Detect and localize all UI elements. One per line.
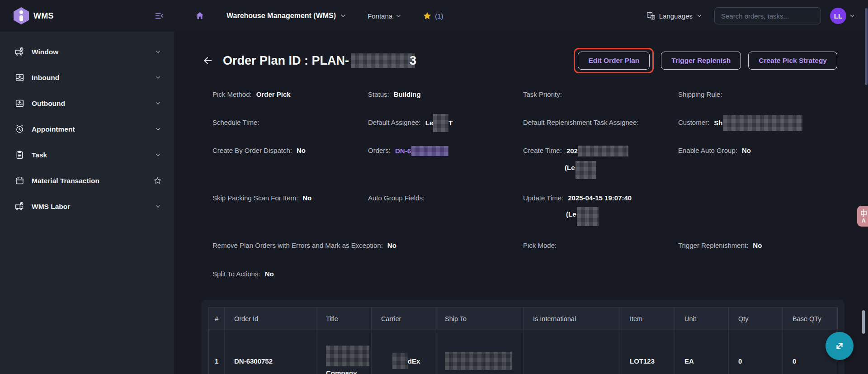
col-header-item: Item [620,308,675,330]
app-logo: WMS [0,0,174,32]
sidebar-item-outbound[interactable]: Outbound [0,90,174,116]
detail-customer: Customer:Sh [678,118,836,128]
cell-title: Company [316,330,372,374]
detail-enable-auto-group: Enable Auto Group:No [678,146,836,156]
clipboard-icon [14,150,24,160]
redacted-plan-id [351,53,415,68]
red-highlight-box: Edit Order Plan [574,48,654,73]
detail-create-time: Create Time:202 (Le [523,146,678,173]
page-title: Order Plan ID : PLAN-3 [223,53,416,68]
detail-task-priority: Task Priority: [523,90,678,99]
topbar-right: G Languages LL [646,7,868,24]
star-icon [423,11,432,20]
chevron-down-icon [155,203,161,210]
detail-shipping-rule: Shipping Rule: [678,90,836,99]
chevron-down-icon [395,13,402,19]
sidebar-item-label: Appointment [32,125,75,133]
sidebar-nav: Window Inbound Outbound Appointment Task [0,32,174,374]
expand-icon [834,340,845,352]
redacted-create-user [576,161,596,179]
languages-dropdown[interactable]: G Languages [646,11,703,20]
chevron-down-icon [155,151,161,158]
chevron-down-icon [696,13,703,19]
orders-table-card: # Order Id Title Carrier Ship To Is Inte… [201,300,844,374]
sidebar-collapse-icon[interactable] [154,11,164,23]
favorites-count: (1) [435,12,443,20]
detail-pick-method: Pick Method:Order Pick [212,90,368,99]
chevron-down-icon [155,48,161,55]
calendar-icon [14,176,24,185]
scrollbar-thumb[interactable] [865,8,868,85]
sidebar-item-window[interactable]: Window [0,39,174,65]
alarm-clock-icon [14,124,24,134]
cell-ship-to [435,330,524,374]
detail-orders: Orders:DN-6 [368,146,523,156]
orders-table: # Order Id Title Carrier Ship To Is Inte… [208,307,837,374]
expand-fab-button[interactable] [826,332,854,360]
chevron-down-icon [155,100,161,107]
cell-order-id: DN-6300752 [225,330,316,374]
sidebar-item-task[interactable]: Task [0,142,174,168]
cell-carrier: dEx [372,330,435,374]
page-header: Order Plan ID : PLAN-3 Edit Order Plan T… [202,48,837,73]
page-scrollbar[interactable] [864,0,868,374]
detail-schedule-time: Schedule Time: [212,118,368,128]
col-header-carrier: Carrier [372,308,435,330]
app-logo-text: WMS [33,11,54,21]
avatar: LL [830,8,846,24]
table-scrollbar-thumb[interactable] [862,310,865,334]
detail-update-time: Update Time:2025-04-15 19:07:40 (Le [523,193,678,219]
edit-order-plan-button[interactable]: Edit Order Plan [578,52,650,70]
sidebar-item-label: Material Transaction [32,177,99,185]
cell-index: 1 [209,330,225,374]
col-header-is-international: Is International [524,308,620,330]
star-outline-icon[interactable] [154,177,161,185]
inbox-in-icon [14,73,24,82]
detail-trigger-replenishment: Trigger Replenishment:No [678,241,836,251]
chevron-down-icon [849,13,855,19]
col-header-title: Title [316,308,372,330]
redacted-update-user [577,207,599,226]
col-header-index: # [209,308,225,330]
sidebar-item-wms-labor[interactable]: WMS Labor [0,194,174,219]
favorites-control[interactable]: (1) [423,11,443,20]
order-plan-details: Pick Method:Order Pick Status:Building T… [212,90,836,279]
search-input[interactable] [714,7,821,24]
sidebar-item-appointment[interactable]: Appointment [0,116,174,142]
redacted-create-time [578,146,628,156]
sidebar-item-label: Inbound [32,74,59,82]
detail-remove-plan-orders: Remove Plan Orders with Errors and Mark … [212,241,523,251]
wms-logo-icon [14,7,29,24]
cell-qty: 0 [729,330,783,374]
redacted-ship-to [445,352,512,370]
app-switcher-dropdown[interactable]: Warehouse Management (WMS) [226,12,347,20]
col-header-base-qty: Base QTy [783,308,838,330]
languages-label: Languages [659,12,693,20]
sidebar-item-label: Outbound [32,99,65,108]
translate-icon: G [646,11,656,20]
redacted-assignee [433,114,448,132]
order-link[interactable]: DN-6 [395,147,448,154]
detail-split-to-actions: Split To Actions:No [212,269,368,279]
detail-pick-mode: Pick Mode: [523,241,678,251]
sidebar-item-material-transaction[interactable]: Material Transaction [0,168,174,194]
redacted-title [326,346,369,366]
sidebar-item-inbound[interactable]: Inbound [0,65,174,90]
detail-skip-packing-scan: Skip Packing Scan For Item:No [212,193,368,203]
chevron-down-icon [340,12,347,19]
warehouse-dropdown[interactable]: Fontana [368,12,402,20]
home-icon[interactable] [195,11,205,21]
col-header-qty: Qty [729,308,783,330]
detail-auto-group-fields: Auto Group Fields: [368,193,523,203]
user-menu[interactable]: LL [830,8,855,24]
app-switcher-label: Warehouse Management (WMS) [226,12,336,20]
back-arrow-icon[interactable] [202,55,214,66]
chevron-down-icon [155,74,161,81]
trigger-replenish-button[interactable]: Trigger Replenish [661,52,741,70]
chevron-down-icon [155,126,161,133]
sidebar-item-label: WMS Labor [32,203,70,211]
detail-create-by-dispatch: Create By Order Dispatch:No [212,146,368,156]
create-pick-strategy-button[interactable]: Create Pick Strategy [748,52,837,70]
redacted-carrier [392,353,408,369]
redacted-customer [723,115,802,131]
